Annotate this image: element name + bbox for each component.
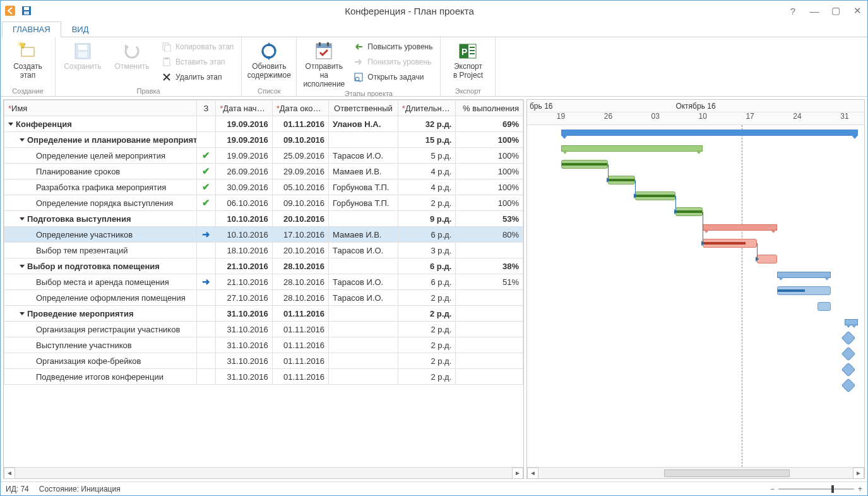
svg-rect-6 [78,45,87,50]
undo-icon [122,41,142,61]
arrow-right-icon: ➜ [202,276,210,287]
gantt-task-bar[interactable] [817,302,831,311]
save-label: Сохранить [64,63,102,71]
window-title: Конференция - План проекта [33,6,785,16]
col-pct[interactable]: % выполнения [456,100,523,116]
table-row[interactable]: Определение оформления помещения27.10.20… [4,290,523,306]
save-button[interactable]: Сохранить [61,40,105,71]
svg-rect-21 [470,47,475,48]
table-row[interactable]: Определение и планирование мероприятия19… [4,132,523,148]
gantt-summary-bar[interactable] [703,224,777,231]
scroll-left-icon[interactable]: ◄ [527,468,538,479]
copy-stage-button[interactable]: Копировать этап [159,40,236,54]
col-responsible[interactable]: Ответственный [329,100,398,116]
gantt-summary-bar[interactable] [561,130,859,136]
table-row[interactable]: Выбор тем презентаций18.10.201620.10.201… [4,243,523,258]
caret-down-icon[interactable] [8,123,13,126]
gantt-milestone[interactable] [841,331,856,346]
promote-button[interactable]: Повысить уровень [351,40,435,54]
svg-rect-3 [24,11,29,15]
gantt-summary-bar[interactable] [777,272,831,278]
table-row[interactable]: Разработка графика мероприятия✔30.09.201… [4,179,523,195]
tab-view[interactable]: ВИД [61,21,100,37]
caret-down-icon[interactable] [20,138,25,142]
tab-main[interactable]: ГЛАВНАЯ [2,21,61,37]
table-row[interactable]: Конференция19.09.201601.11.2016Уланов Н.… [4,116,523,132]
col-name[interactable]: *Имя [4,100,197,116]
gantt-task-bar[interactable] [703,239,757,248]
col-duration[interactable]: *Длительность [398,100,455,116]
scroll-right-icon[interactable]: ► [853,468,864,479]
gantt-task-bar[interactable] [757,255,777,263]
undo-button[interactable]: Отменить [110,40,154,71]
table-row[interactable]: Определение участников➜10.10.201617.10.2… [4,227,523,243]
svg-rect-4 [21,47,34,56]
table-row[interactable]: Определение целей мероприятия✔19.09.2016… [4,148,523,164]
table-row[interactable]: Планирование сроков✔26.09.201629.09.2016… [4,164,523,179]
table-row[interactable]: Организация регистрации участников31.10.… [4,322,523,337]
qat-save-icon[interactable] [20,4,33,18]
gantt-task-bar[interactable] [777,286,831,295]
export-project-button[interactable]: P Экспорт в Project [446,40,490,80]
svg-rect-0 [5,6,15,16]
task-name: Определение оформления помещения [36,293,186,303]
gantt-milestone[interactable] [841,378,856,393]
table-row[interactable]: Подведение итогов конференции31.10.20160… [4,369,523,385]
gantt-milestone[interactable] [841,363,856,377]
caret-down-icon[interactable] [20,265,25,268]
zoom-slider[interactable]: − + [770,485,862,493]
help-button[interactable]: ? [785,6,800,16]
statusbar: ИД: 74 Состояние: Инициация − + [1,481,867,495]
table-row[interactable]: Определение порядка выступления✔06.10.20… [4,195,523,211]
delete-icon [162,72,172,82]
table-row[interactable]: Подготовка выступления10.10.201620.10.20… [4,211,523,227]
minimize-button[interactable]: — [807,6,822,16]
svg-text:P: P [461,47,467,57]
gantt-task-bar[interactable] [635,191,675,200]
svg-rect-23 [470,53,475,54]
zoom-out-icon[interactable]: − [770,485,775,493]
arrow-right-icon [354,57,364,67]
caret-down-icon[interactable] [20,312,25,315]
gantt-chart[interactable]: брь 16Октябрь 16 19260310172431 ◄ ► [526,99,865,479]
table-row[interactable]: Организация кофе-брейков31.10.201601.11.… [4,353,523,369]
gantt-hscroll[interactable]: ◄ ► [527,467,864,478]
gantt-task-bar[interactable] [561,160,609,169]
col-start[interactable]: *Дата начала [216,100,272,116]
maximize-button[interactable]: ▢ [828,5,843,16]
create-stage-button[interactable]: Создать этап [6,40,50,80]
table-row[interactable]: Выбор места и аренда помещения➜21.10.201… [4,274,523,290]
caret-down-icon[interactable] [20,217,25,221]
svg-rect-13 [316,44,331,48]
gantt-summary-bar[interactable] [561,145,703,152]
paste-stage-button[interactable]: Вставить этап [159,55,236,69]
svg-rect-14 [319,42,321,46]
send-button[interactable]: Отправить на исполнение [302,40,346,88]
gantt-task-bar[interactable] [608,176,635,184]
gantt-summary-bar[interactable] [845,319,858,325]
col-status[interactable]: З [196,100,215,116]
open-tasks-button[interactable]: Открыть задачи [351,70,435,84]
grid-hscroll[interactable]: ◄ ► [4,467,523,478]
refresh-button[interactable]: Обновить содержимое [247,40,291,80]
scroll-right-icon[interactable]: ► [512,468,523,479]
task-name: Подведение итогов конференции [36,372,163,382]
gantt-task-bar[interactable] [675,207,703,216]
status-state-value: Инициация [81,485,120,493]
table-row[interactable]: Проведение мероприятия31.10.201601.11.20… [4,306,523,322]
demote-button[interactable]: Понизить уровень [351,55,435,69]
qat-app-icon[interactable] [3,4,17,18]
create-stage-label: Создать этап [13,63,42,80]
table-row[interactable]: Выбор и подготовка помещения21.10.201628… [4,258,523,274]
col-end[interactable]: *Дата окончания [272,100,328,116]
scroll-left-icon[interactable]: ◄ [4,468,15,479]
close-button[interactable]: ✕ [850,5,865,16]
table-row[interactable]: Выступление участников31.10.201601.11.20… [4,337,523,353]
zoom-thumb[interactable] [831,485,834,493]
gantt-milestone[interactable] [841,347,856,361]
task-grid[interactable]: *Имя З *Дата начала *Дата окончания Отве… [3,99,524,479]
delete-stage-button[interactable]: Удалить этап [159,70,236,84]
scroll-thumb[interactable] [664,469,790,477]
undo-label: Отменить [115,63,150,71]
zoom-in-icon[interactable]: + [858,485,862,493]
